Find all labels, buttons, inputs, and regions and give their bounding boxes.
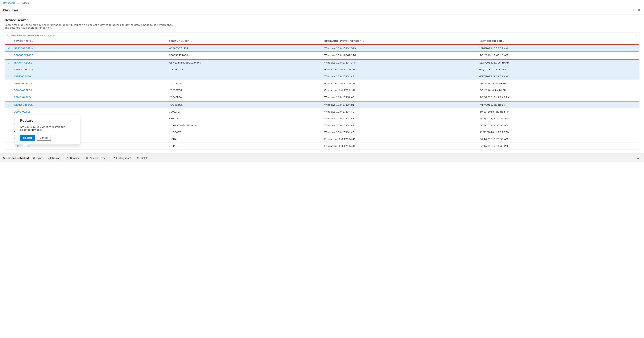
row-os-version: Windows 10.0.17134.48 [323, 117, 478, 120]
dialog-actions: Restart Cancel [20, 135, 75, 140]
factory-reset-button[interactable]: ↩ Factory reset [110, 155, 134, 161]
row-serial-number: Chassis Serial Number [168, 124, 323, 127]
row-os-version: Windows 10.0.17134.523 [323, 47, 478, 50]
pin-button[interactable]: ⤢ [632, 8, 636, 13]
row-serial-number: 003903674457 [168, 47, 323, 50]
restart-icon: ⏻ [48, 156, 51, 160]
row-serial-number: YD03FZD9 [168, 82, 323, 85]
row-device-name[interactable]: 5882A88D6F2A [13, 47, 168, 50]
table-row[interactable]: ✓BOOTH-ASUS2CSN12345678901234567Windows … [5, 59, 639, 66]
table-row[interactable]: DEMO-0L2F28S0L2F2Windows 10.0.17134.486/… [4, 115, 640, 122]
table-row[interactable]: DEMO-14S00Chassis Serial NumberWindows 1… [4, 122, 640, 129]
row-device-name[interactable]: BC83852C2065 [12, 54, 168, 57]
breadcrumb: Dashboard > Devices [3, 2, 28, 4]
col-check [4, 40, 12, 42]
row-last-checked_in: 6/27/2018, 7:02:12 AM [478, 75, 633, 78]
table-body: ✓5882A88D6F2A003903674457Windows 10.0.17… [4, 44, 640, 150]
table-row[interactable]: DEMO-0L2F27S0L2F2Windows 10.0.17134.4810… [4, 108, 640, 115]
row-serial-number: ...CPG [168, 144, 323, 148]
close-button[interactable]: ✕ [637, 8, 641, 13]
row-os-version: Windows 10.0.17134.48 [323, 96, 478, 98]
row-check[interactable]: ✓ [5, 103, 13, 106]
row-device-name[interactable]: DEMO-03FZD9 [12, 82, 168, 85]
row-last-checked_in: 11/5/2018, 11:08:39 AM [478, 61, 633, 64]
col-os-version[interactable]: OPERATING SYSTEM VERSION ⇅ [323, 40, 478, 42]
row-last-checked_in: 6/24/2018, 9:32:52 AM [478, 124, 633, 127]
table-row[interactable]: BC83852C2065000550471058Windows 10.0.183… [4, 52, 640, 59]
dialog-confirm-button[interactable]: Restart [20, 135, 35, 140]
row-serial-number: CSN12345678901234567 [168, 61, 323, 64]
row-check[interactable]: ✓ [5, 47, 13, 50]
factory-reset-icon: ↩ [112, 156, 115, 160]
rename-icon: ✏ [66, 156, 69, 160]
table-row[interactable]: DEMO-03FZD9YD03FZD9Education 10.0.17134.… [4, 80, 640, 87]
row-device-name[interactable]: DEMO-040L24 [12, 96, 168, 98]
restart-button[interactable]: ⏻ Restart [45, 155, 64, 161]
breadcrumb-separator: > [16, 2, 18, 4]
autopilot-reset-icon: ↺ [86, 156, 88, 160]
col-serial-number[interactable]: SERIAL NUMBER ⇅ [168, 40, 323, 42]
row-device-name[interactable]: DEMO-1Q0... [12, 144, 168, 148]
table-row[interactable]: ✓DEMO-02KQLQYD02KQLQEducation 10.0.17134… [5, 66, 639, 73]
table-container: DEVICE NAME ⇅ SERIAL NUMBER ⇅ OPERATING … [4, 38, 640, 150]
delete-button[interactable]: 🗑 Delete [134, 155, 152, 161]
section-title: Device search [4, 18, 640, 22]
table-row[interactable]: ✓5882A88D6F2A003903674457Windows 10.0.17… [5, 45, 639, 52]
search-icon: 🔍 [6, 34, 10, 37]
autopilot-reset-button[interactable]: ↺ Autopilot Reset [83, 155, 110, 161]
col-action [633, 40, 640, 42]
row-last-checked_in: 7/3/2019, 11:43:10 AM [478, 54, 633, 57]
sort-serial-icon: ⇅ [190, 40, 192, 42]
row-device-name[interactable]: DEMO-02KQLQ [13, 68, 168, 71]
row-last-checked_in: 6/27/2018, 8:29:23 AM [478, 117, 633, 120]
dialog-cancel-button[interactable]: Cancel [37, 135, 51, 140]
table-row[interactable]: DEMO-173......173657Windows 10.0.17134.4… [4, 129, 640, 136]
row-device-name[interactable]: BOOTH-ASUS2 [13, 61, 168, 64]
sort-device-name-icon: ⇅ [32, 40, 33, 42]
panel-body: Device search Search for a device to qui… [0, 14, 644, 153]
row-last-checked_in: 11/21/2018, 1:16:27 PM [478, 131, 633, 134]
row-device-name[interactable]: DEMO-03059 [13, 75, 168, 78]
row-serial-number: 8S0L2F2 [168, 117, 323, 120]
panel-title: Devices [3, 8, 18, 12]
row-device-name[interactable]: DEMO-0L2F2 [12, 110, 168, 113]
breadcrumb-home[interactable]: Dashboard [3, 2, 16, 4]
row-serial-number: 000550471058 [168, 54, 323, 57]
col-last-checked[interactable]: LAST CHECKED IN ⇅ [478, 40, 633, 42]
selected-group: ✓DEMO-046ZGSYD046ZGSWindows 10.0.17134.8… [4, 101, 640, 108]
row-serial-number: YD03FZD9 [168, 89, 323, 92]
row-check[interactable]: ✓ [5, 61, 13, 64]
row-os-version: Windows 10.0.17134.48 [323, 124, 478, 127]
row-serial-number: YD02KQLQ [168, 68, 323, 71]
row-os-version: Education 10.0.17134.48 [323, 144, 478, 148]
col-device-name[interactable]: DEVICE NAME ⇅ [12, 40, 168, 42]
row-os-version: Windows 10.0.17134.48 [323, 110, 478, 113]
table-header: DEVICE NAME ⇅ SERIAL NUMBER ⇅ OPERATING … [4, 38, 640, 44]
row-last-checked_in: 10/23/2018, 8:06:14 PM [478, 110, 633, 113]
row-serial-number: 7S0L2F2 [168, 110, 323, 113]
row-check[interactable]: ✓ [5, 75, 13, 78]
table-row[interactable]: ✓DEMO-03059Windows 10.0.17134.486/27/201… [5, 73, 639, 80]
sync-icon: ↺ [33, 156, 35, 160]
panel-header: Devices ⤢ ✕ [0, 6, 644, 14]
row-device-name[interactable]: DEMO-046ZGS [13, 104, 168, 106]
rename-button[interactable]: ✏ Rename [64, 155, 83, 161]
search-clear-button[interactable]: × [636, 34, 638, 37]
table-row[interactable]: DEMO-03FZD9YD03FZD9Education 10.0.17134.… [4, 87, 640, 94]
row-os-version: Education 10.0.17134.48 [323, 68, 478, 71]
row-os-version: Education 10.0.17134.48 [323, 82, 478, 85]
sync-button[interactable]: ↺ Sync [30, 155, 45, 161]
table-row[interactable]: ✓DEMO-046ZGSYD046ZGSWindows 10.0.17134.8… [5, 101, 639, 108]
table-row[interactable]: DEMO-1Q0......CNAEducation 10.0.17134.48… [4, 136, 640, 143]
row-serial-number: ...CNA [168, 138, 323, 140]
table-row[interactable]: DEMO-1Q0......CPGEducation 10.0.17134.48… [4, 143, 640, 150]
sort-os-icon: ⇅ [362, 40, 364, 42]
table-row[interactable]: DEMO-040L24YD040L24Windows 10.0.17134.48… [4, 94, 640, 101]
row-os-version: Windows 10.0.18362.116 [323, 54, 478, 57]
row-os-version: Windows 10.0.17134.81 [323, 104, 478, 106]
expand-button[interactable]: ⌄ [635, 155, 641, 161]
row-check[interactable]: ✓ [5, 68, 13, 71]
restart-dialog: Restart Are you sure you want to restart… [15, 115, 80, 144]
search-input[interactable] [11, 34, 636, 37]
row-device-name[interactable]: DEMO-03FZD9 [12, 89, 168, 92]
